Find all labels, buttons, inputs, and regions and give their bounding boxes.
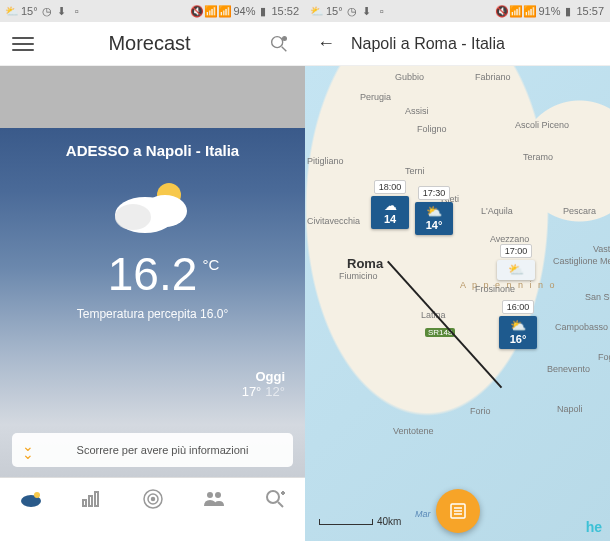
route-title: Napoli a Roma - Italia xyxy=(351,35,505,53)
city-roma: Roma xyxy=(347,256,383,271)
forecast-pin-1800[interactable]: 18:00 ☁14 xyxy=(371,180,409,229)
forecast-pin-1600[interactable]: 16:00 ⛅16° xyxy=(499,300,537,349)
status-bar: ⛅ 15° ◷ ⬇ ▫ 🔇 📶 📶 91% ▮ 15:57 xyxy=(305,0,610,22)
battery-pct: 94% xyxy=(233,5,255,17)
city-teramo: Teramo xyxy=(523,152,553,162)
svg-line-1 xyxy=(282,46,287,51)
weather-condition-icon xyxy=(103,173,203,243)
city-ventotene: Ventotene xyxy=(393,426,434,436)
here-logo: he xyxy=(586,519,602,535)
location-search-button[interactable] xyxy=(265,33,293,55)
pin-temp: 14 xyxy=(371,213,409,225)
clock-icon: ◷ xyxy=(41,5,53,17)
wifi-icon: 📶 xyxy=(205,5,217,17)
ad-banner[interactable] xyxy=(0,66,305,128)
image-icon: ▫ xyxy=(71,5,83,17)
partly-cloudy-icon: ⛅ xyxy=(415,205,453,218)
city-fabriano: Fabriano xyxy=(475,72,511,82)
forecast-pin-1730[interactable]: 17:30 ⛅14° xyxy=(415,186,453,235)
bottom-nav xyxy=(0,477,305,519)
battery-icon: ▮ xyxy=(257,5,269,17)
chevron-down-icon: ⌄⌄ xyxy=(22,442,34,459)
feels-like: Temperatura percepita 16.0° xyxy=(77,307,229,321)
nav-community[interactable] xyxy=(196,484,232,514)
weather-icon: ⛅ xyxy=(311,5,323,17)
pin-temp: 14° xyxy=(415,219,453,231)
wifi-icon: 📶 xyxy=(510,5,522,17)
svg-point-8 xyxy=(34,492,40,498)
app-topbar: Morecast xyxy=(0,22,305,66)
city-foggia: Foggia xyxy=(598,352,610,362)
city-ascoli: Ascoli Piceno xyxy=(515,120,569,130)
battery-icon: ▮ xyxy=(562,5,574,17)
today-low: 12° xyxy=(265,384,285,399)
status-time: 15:52 xyxy=(271,5,299,17)
city-avezzano: Avezzano xyxy=(490,234,529,244)
menu-button[interactable] xyxy=(12,37,34,51)
city-benevento: Benevento xyxy=(547,364,590,374)
volume-icon: 🔇 xyxy=(496,5,508,17)
pin-time: 17:00 xyxy=(500,244,533,258)
today-high: 17° xyxy=(242,384,262,399)
city-vasto: Vasto xyxy=(593,244,610,254)
pin-time: 16:00 xyxy=(502,300,535,314)
city-assisi: Assisi xyxy=(405,106,429,116)
list-fab[interactable] xyxy=(436,489,480,533)
svg-rect-11 xyxy=(95,492,98,506)
pin-temp: 16° xyxy=(499,333,537,345)
status-bar: ⛅ 15° ◷ ⬇ ▫ 🔇 📶 📶 94% ▮ 15:52 xyxy=(0,0,305,22)
forecast-pin-1700[interactable]: 17:00 ⛅ xyxy=(497,244,535,280)
image-icon: ▫ xyxy=(376,5,388,17)
nav-chart[interactable] xyxy=(74,484,110,514)
pin-time: 18:00 xyxy=(374,180,407,194)
download-icon: ⬇ xyxy=(56,5,68,17)
download-icon: ⬇ xyxy=(361,5,373,17)
nav-now[interactable] xyxy=(13,484,49,514)
map[interactable]: Gubbio Fabriano Perugia Assisi Foligno A… xyxy=(305,66,610,541)
svg-rect-10 xyxy=(89,496,92,506)
svg-point-6 xyxy=(115,204,151,230)
svg-point-15 xyxy=(207,492,213,498)
nav-radar[interactable] xyxy=(135,484,171,514)
city-pitigliano: Pitigliano xyxy=(307,156,344,166)
nav-search[interactable] xyxy=(257,484,293,514)
svg-point-2 xyxy=(283,36,287,40)
map-land xyxy=(305,66,610,541)
today-block: Oggi 17°12° xyxy=(242,369,285,399)
scale-label: 40km xyxy=(377,516,401,527)
label-mar: Mar xyxy=(415,509,431,519)
city-fiumicino: Fiumicino xyxy=(339,271,378,281)
city-forio: Forio xyxy=(470,406,491,416)
city-foligno: Foligno xyxy=(417,124,447,134)
back-button[interactable]: ← xyxy=(317,33,341,54)
city-civitavecchia: Civitavecchia xyxy=(307,216,360,226)
phone-left: ⛅ 15° ◷ ⬇ ▫ 🔇 📶 📶 94% ▮ 15:52 Morecast A… xyxy=(0,0,305,541)
volume-icon: 🔇 xyxy=(191,5,203,17)
clock-icon: ◷ xyxy=(346,5,358,17)
svg-point-14 xyxy=(151,497,154,500)
svg-point-0 xyxy=(272,36,283,47)
partly-cloudy-icon: ⛅ xyxy=(499,319,537,332)
status-temp: 15° xyxy=(21,5,38,17)
city-campobasso: Campobasso xyxy=(555,322,608,332)
scroll-hint-label: Scorrere per avere più informazioni xyxy=(42,444,283,456)
svg-point-17 xyxy=(267,491,279,503)
pin-time: 17:30 xyxy=(418,186,451,200)
city-sansevero: San Severo xyxy=(585,292,610,302)
signal-icon: 📶 xyxy=(219,5,231,17)
location-now: ADESSO a Napoli - Italia xyxy=(66,142,239,159)
svg-rect-9 xyxy=(83,500,86,506)
temperature-value: 16.2°C xyxy=(108,251,198,297)
svg-point-5 xyxy=(143,195,187,227)
city-gubbio: Gubbio xyxy=(395,72,424,82)
city-perugia: Perugia xyxy=(360,92,391,102)
city-napoli: Napoli xyxy=(557,404,583,414)
city-terni: Terni xyxy=(405,166,425,176)
partly-cloudy-icon: ⛅ xyxy=(497,263,535,276)
status-time: 15:57 xyxy=(576,5,604,17)
map-scale: 40km xyxy=(319,516,401,527)
city-laquila: L'Aquila xyxy=(481,206,513,216)
temp-unit: °C xyxy=(202,257,219,272)
scroll-hint[interactable]: ⌄⌄ Scorrere per avere più informazioni xyxy=(12,433,293,467)
weather-icon: ⛅ xyxy=(6,5,18,17)
